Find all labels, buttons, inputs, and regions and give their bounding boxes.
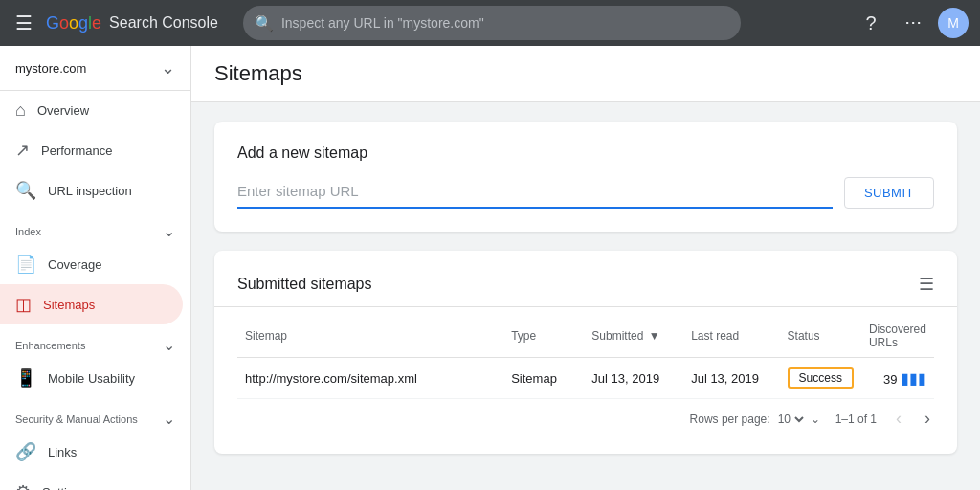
links-icon: 🔗 [15, 441, 36, 462]
sidebar-item-label: Settings [42, 485, 87, 491]
page-title: Sitemaps [214, 61, 957, 86]
table-header-row: Sitemap Type Submitted ▼ Last read [237, 315, 934, 358]
col-header-sitemap: Sitemap [237, 315, 503, 358]
security-collapse-icon: ⌄ [163, 410, 175, 428]
logo-letter-o1: o [59, 13, 69, 33]
sidebar-item-label: Links [48, 445, 77, 459]
index-section-label: Index [15, 226, 41, 237]
enhancements-collapse-icon: ⌄ [163, 336, 175, 354]
performance-icon: ↗ [15, 140, 30, 161]
col-header-lastread: Last read [683, 315, 779, 358]
index-section-header[interactable]: Index ⌄ [0, 211, 190, 244]
logo-letter-g: G [46, 13, 59, 33]
security-section-header[interactable]: Security & Manual Actions ⌄ [0, 398, 190, 432]
cell-type: Sitemap [503, 358, 584, 399]
search-icon: 🔍 [255, 14, 274, 33]
col-header-urls: Discovered URLs [861, 315, 934, 358]
cell-last-read: Jul 13, 2019 [683, 358, 779, 399]
sort-icon: ▼ [649, 329, 660, 343]
submit-sitemap-button[interactable]: SUBMIT [844, 177, 934, 209]
property-selector[interactable]: mystore.com ⌄ [0, 46, 190, 91]
sitemaps-icon: ◫ [15, 294, 32, 315]
sidebar-item-label: Overview [37, 103, 89, 118]
cell-submitted: Jul 13, 2019 [584, 358, 683, 399]
enhancements-section-header[interactable]: Enhancements ⌄ [0, 324, 190, 358]
table-body: http://mystore.com/sitemap.xml Sitemap J… [237, 358, 934, 399]
pagination: Rows per page: 10 25 50 ⌄ 1–1 of 1 ‹ › [237, 399, 934, 431]
rows-per-page-label: Rows per page: [690, 412, 770, 426]
top-nav-right: ? ⋅⋅⋅ M [854, 6, 969, 40]
submitted-sitemaps-title: Submitted sitemaps [237, 276, 919, 293]
sidebar-item-links[interactable]: 🔗 Links [0, 432, 183, 472]
sidebar-item-label: Sitemaps [43, 298, 95, 312]
app-logo: G o o g l e Search Console [46, 13, 218, 33]
sidebar-item-overview[interactable]: ⌂ Overview [0, 91, 183, 130]
property-name: mystore.com [15, 61, 86, 76]
main-layout: mystore.com ⌄ ⌂ Overview ↗ Performance 🔍… [0, 46, 980, 490]
cell-discovered-urls: 39 ▮▮▮ [861, 358, 934, 399]
sidebar-item-label: Mobile Usability [48, 371, 135, 386]
status-badge: Success [788, 368, 854, 389]
content-body: Add a new sitemap SUBMIT Submitted sitem… [191, 102, 980, 490]
chevron-down-icon: ⌄ [161, 57, 175, 78]
page-info: 1–1 of 1 [835, 412, 877, 426]
sidebar-item-coverage[interactable]: 📄 Coverage [0, 244, 183, 284]
settings-icon: ⚙ [15, 481, 31, 490]
main-content: Sitemaps Add a new sitemap SUBMIT Submit… [191, 46, 980, 490]
mobile-icon: 📱 [15, 368, 36, 389]
bar-chart-icon[interactable]: ▮▮▮ [901, 370, 926, 387]
sitemaps-table: Sitemap Type Submitted ▼ Last read [237, 315, 934, 399]
filter-icon[interactable]: ☰ [919, 274, 934, 295]
table-head: Sitemap Type Submitted ▼ Last read [237, 315, 934, 358]
sidebar-item-performance[interactable]: ↗ Performance [0, 130, 183, 170]
prev-page-button[interactable]: ‹ [892, 407, 905, 431]
index-collapse-icon: ⌄ [163, 222, 175, 240]
sidebar-item-label: Performance [41, 144, 112, 158]
col-header-submitted[interactable]: Submitted ▼ [584, 315, 683, 358]
cell-sitemap-url: http://mystore.com/sitemap.xml [237, 358, 503, 399]
sidebar-item-sitemaps[interactable]: ◫ Sitemaps [0, 284, 183, 324]
page-header: Sitemaps [191, 46, 980, 102]
url-inspect-icon: 🔍 [15, 180, 36, 201]
sidebar-item-label: URL inspection [48, 184, 132, 198]
sidebar-item-label: Coverage [48, 257, 101, 272]
chevron-down-icon: ⌄ [811, 412, 820, 426]
avatar[interactable]: M [938, 8, 969, 38]
menu-icon[interactable]: ☰ [11, 8, 36, 38]
search-bar: 🔍 [243, 6, 741, 40]
sitemaps-table-header-row: Submitted sitemaps ☰ [214, 274, 957, 307]
rows-per-page: Rows per page: 10 25 50 ⌄ [690, 412, 820, 427]
apps-icon[interactable]: ⋅⋅⋅ [896, 6, 930, 40]
sitemap-url-input[interactable] [237, 179, 833, 203]
enhancements-section-label: Enhancements [15, 340, 85, 351]
next-page-button[interactable]: › [921, 407, 934, 431]
col-header-type: Type [503, 315, 584, 358]
top-nav: ☰ G o o g l e Search Console 🔍 ? ⋅⋅⋅ M [0, 0, 980, 46]
sitemap-input-wrap [237, 179, 833, 209]
cell-status: Success [780, 358, 861, 399]
submitted-sitemaps-card: Submitted sitemaps ☰ Sitemap Type [214, 251, 957, 454]
sidebar: mystore.com ⌄ ⌂ Overview ↗ Performance 🔍… [0, 46, 191, 490]
coverage-icon: 📄 [15, 254, 36, 275]
add-sitemap-card: Add a new sitemap SUBMIT [214, 122, 957, 232]
logo-letter-o2: o [69, 13, 78, 33]
home-icon: ⌂ [15, 100, 26, 121]
table-row: http://mystore.com/sitemap.xml Sitemap J… [237, 358, 934, 399]
security-section-label: Security & Manual Actions [15, 413, 138, 425]
rows-per-page-select[interactable]: 10 25 50 [774, 412, 807, 427]
google-logo: G o o g l e [46, 13, 101, 33]
app-name: Search Console [109, 14, 218, 32]
search-input[interactable] [281, 15, 729, 31]
logo-letter-e: e [92, 13, 101, 33]
sidebar-item-url-inspection[interactable]: 🔍 URL inspection [0, 170, 183, 211]
sidebar-item-settings[interactable]: ⚙ Settings [0, 472, 183, 490]
add-sitemap-title: Add a new sitemap [237, 145, 934, 162]
logo-letter-g2: g [78, 13, 88, 33]
col-header-status: Status [780, 315, 861, 358]
help-icon[interactable]: ? [854, 6, 888, 40]
add-sitemap-form: SUBMIT [237, 177, 934, 209]
sidebar-item-mobile-usability[interactable]: 📱 Mobile Usability [0, 358, 183, 398]
